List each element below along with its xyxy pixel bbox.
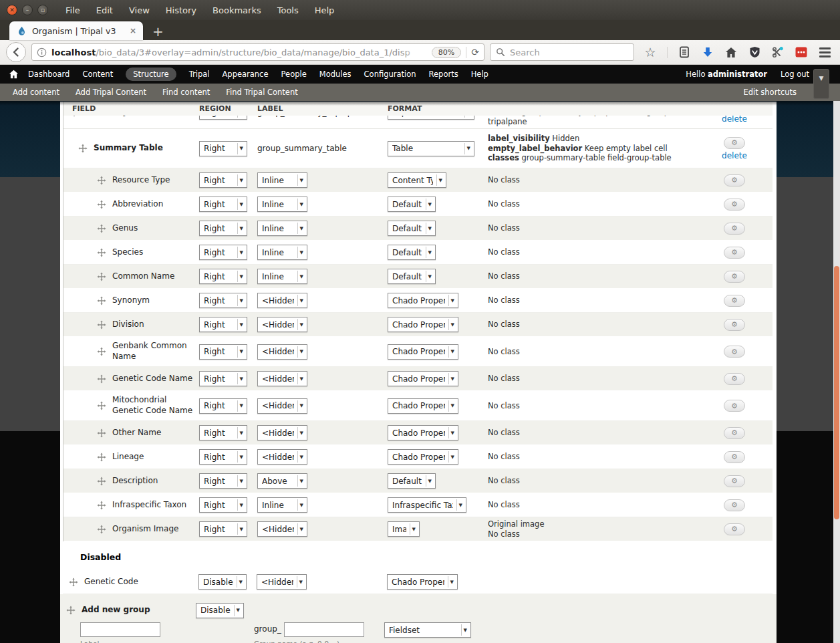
shortcut-add-tripal-content[interactable]: Add Tripal Content <box>76 88 146 97</box>
url-text[interactable]: localhost/bio_data/3#overlay=admin/struc… <box>51 47 427 57</box>
format-settings-gear-button[interactable]: ⚙ <box>724 199 745 211</box>
bookmarks-sidebar-icon[interactable] <box>678 45 691 59</box>
format-settings-gear-button[interactable]: ⚙ <box>724 137 745 149</box>
shortcut-find-content[interactable]: Find content <box>162 88 210 97</box>
drag-handle-icon[interactable] <box>97 320 106 330</box>
region-select[interactable]: Disabled▼ <box>196 603 244 618</box>
region-select[interactable]: Right▼ <box>199 116 247 120</box>
format-select[interactable]: Default▼ <box>388 245 436 260</box>
region-select[interactable]: Right▼ <box>199 497 247 513</box>
label-select[interactable]: Inline▼ <box>257 497 307 513</box>
label-select[interactable]: Inline▼ <box>257 172 307 188</box>
region-select[interactable]: Right▼ <box>199 371 247 386</box>
format-settings-gear-button[interactable]: ⚙ <box>724 373 745 385</box>
admin-item-content[interactable]: Content <box>82 70 113 79</box>
region-select[interactable]: Right▼ <box>199 269 247 284</box>
region-select[interactable]: Right▼ <box>199 425 247 440</box>
shortcut-find-tripal-content[interactable]: Find Tripal Content <box>226 88 297 97</box>
admin-item-people[interactable]: People <box>281 70 307 79</box>
admin-item-appearance[interactable]: Appearance <box>222 70 268 79</box>
tools-extension-icon[interactable] <box>771 45 785 59</box>
format-settings-gear-button[interactable]: ⚙ <box>724 295 745 307</box>
label-select[interactable]: Inline▼ <box>257 221 307 236</box>
admin-item-configuration[interactable]: Configuration <box>364 70 416 79</box>
menu-bookmarks[interactable]: Bookmarks <box>213 5 261 15</box>
red-extension-icon[interactable] <box>795 45 808 59</box>
label-select[interactable]: <Hidden>▼ <box>257 293 307 308</box>
new-group-format-select[interactable]: Fieldset▼ <box>384 622 471 638</box>
region-select[interactable]: Right▼ <box>199 473 247 489</box>
home-icon[interactable] <box>724 45 738 59</box>
menu-edit[interactable]: Edit <box>96 5 113 15</box>
admin-item-modules[interactable]: Modules <box>319 70 352 79</box>
format-select[interactable]: Table▼ <box>388 141 474 156</box>
new-group-label-input[interactable] <box>80 622 160 637</box>
format-settings-gear-button[interactable]: ⚙ <box>724 451 745 463</box>
format-settings-gear-button[interactable]: ⚙ <box>724 475 745 487</box>
format-select[interactable]: Default▼ <box>388 269 436 284</box>
drag-handle-icon[interactable] <box>97 477 106 486</box>
drag-handle-icon[interactable] <box>97 401 106 410</box>
reload-button[interactable]: ⟳ <box>471 47 479 57</box>
admin-item-dashboard[interactable]: Dashboard <box>28 70 69 79</box>
menu-history[interactable]: History <box>166 5 196 15</box>
drag-handle-icon[interactable] <box>97 224 106 233</box>
drag-handle-icon[interactable] <box>97 200 106 209</box>
admin-item-help[interactable]: Help <box>471 70 488 79</box>
admin-item-reports[interactable]: Reports <box>429 70 458 79</box>
back-button[interactable] <box>6 42 26 62</box>
page-scrollbar[interactable] <box>833 101 840 643</box>
drag-handle-icon[interactable] <box>97 374 106 384</box>
format-settings-gear-button[interactable]: ⚙ <box>724 271 745 283</box>
format-select[interactable]: Chado Property▼ <box>388 344 458 360</box>
menu-hamburger-icon[interactable] <box>818 45 831 59</box>
new-group-name-input[interactable] <box>284 622 364 637</box>
region-select[interactable]: Right▼ <box>199 317 247 332</box>
drag-handle-icon[interactable] <box>97 453 106 462</box>
region-select[interactable]: Right▼ <box>199 449 247 465</box>
toolbar-toggle-button[interactable]: ▼ <box>813 69 829 99</box>
format-select[interactable]: Chado Property▼ <box>388 449 458 465</box>
scrollbar-thumb[interactable] <box>834 266 839 519</box>
region-select[interactable]: Right▼ <box>199 521 247 537</box>
menu-view[interactable]: View <box>129 5 150 15</box>
format-settings-gear-button[interactable]: ⚙ <box>724 427 745 439</box>
new-tab-button[interactable]: + <box>152 25 164 38</box>
format-settings-gear-button[interactable]: ⚙ <box>724 400 745 412</box>
format-settings-gear-button[interactable]: ⚙ <box>724 346 745 358</box>
drag-handle-icon[interactable] <box>97 525 106 534</box>
tab-close-icon[interactable]: × <box>130 26 136 35</box>
drag-handle-icon[interactable] <box>97 176 106 185</box>
window-minimize-button[interactable]: – <box>22 5 33 15</box>
format-settings-gear-button[interactable]: ⚙ <box>724 247 745 259</box>
format-select[interactable]: Chado Property▼ <box>388 371 458 386</box>
drag-handle-icon[interactable] <box>97 428 106 438</box>
region-select[interactable]: Right▼ <box>199 172 247 188</box>
format-select[interactable]: Chado Property▼ <box>388 293 458 308</box>
label-select[interactable]: <Hidden>▼ <box>257 425 307 440</box>
menu-tools[interactable]: Tools <box>277 5 299 15</box>
downloads-icon[interactable] <box>701 45 714 59</box>
drag-handle-icon[interactable] <box>97 296 106 305</box>
format-settings-gear-button[interactable]: ⚙ <box>724 319 745 331</box>
label-select[interactable]: <Hidden>▼ <box>257 521 307 537</box>
window-close-button[interactable]: ✕ <box>7 5 17 15</box>
region-select[interactable]: Right▼ <box>199 398 247 414</box>
drupal-home-icon[interactable] <box>8 68 19 81</box>
format-select[interactable]: Default▼ <box>388 197 436 212</box>
site-info-icon[interactable] <box>37 45 47 59</box>
menu-help[interactable]: Help <box>315 5 335 15</box>
page-zoom-badge[interactable]: 80% <box>432 47 461 58</box>
shortcut-add-content[interactable]: Add content <box>13 88 59 97</box>
drag-handle-icon[interactable] <box>66 606 76 615</box>
window-maximize-button[interactable]: ▫ <box>37 5 48 15</box>
label-select[interactable]: Inline▼ <box>257 245 307 260</box>
label-select[interactable]: <Hidden>▼ <box>257 344 307 360</box>
url-bar[interactable]: localhost/bio_data/3#overlay=admin/struc… <box>31 43 484 61</box>
format-select[interactable]: Chado Property▼ <box>388 317 458 332</box>
format-select[interactable]: Default▼ <box>388 221 436 236</box>
format-settings-gear-button[interactable]: ⚙ <box>724 223 745 235</box>
label-select[interactable]: <Hidden>▼ <box>257 574 307 590</box>
label-select[interactable]: Inline▼ <box>257 269 307 284</box>
format-select[interactable]: Default▼ <box>388 473 436 489</box>
